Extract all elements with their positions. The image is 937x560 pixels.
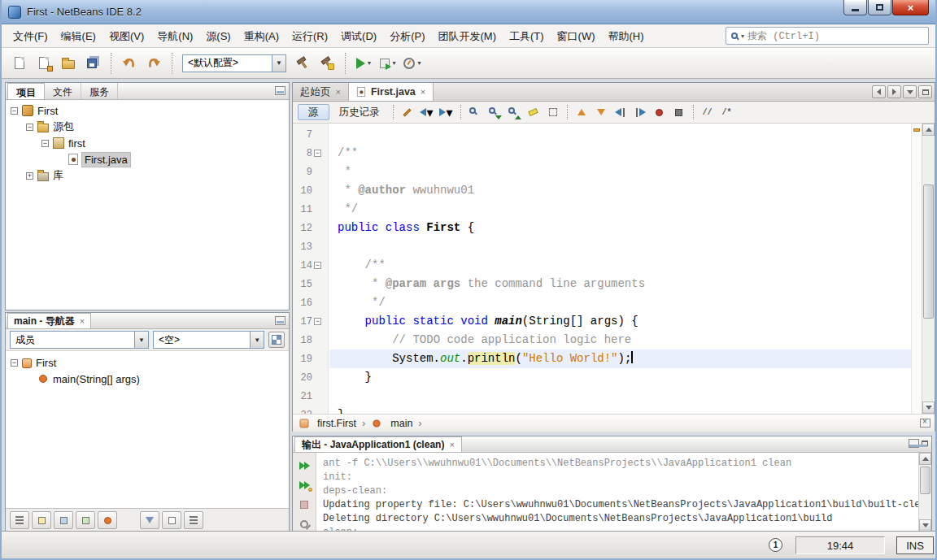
tree-item[interactable]: −源包 (6, 119, 289, 135)
close-icon[interactable]: × (336, 87, 341, 97)
chevron-down-icon[interactable]: ▾ (368, 59, 371, 67)
stop-build-icon[interactable] (296, 497, 313, 512)
code-line[interactable]: /** (329, 144, 911, 163)
back-icon[interactable]: ▾ (418, 103, 436, 121)
scrollbar-thumb[interactable] (920, 467, 930, 494)
start-macro-recording-icon[interactable] (651, 103, 669, 121)
close-icon[interactable]: × (80, 316, 85, 326)
scroll-tabs-right-icon[interactable] (887, 85, 901, 98)
expand-all-icon[interactable] (162, 511, 181, 529)
scroll-up-icon[interactable] (922, 124, 935, 136)
editor-scrollbar[interactable] (922, 124, 935, 414)
source-view-button[interactable]: 源 (298, 104, 329, 120)
previous-bookmark-icon[interactable] (573, 103, 591, 121)
tree-item[interactable]: −first (6, 135, 289, 151)
fold-toggle-icon[interactable]: − (314, 150, 321, 157)
output-lines[interactable]: ant -f C:\\Users\\wwuhnwu01\\Documents\\… (316, 453, 918, 532)
tree-item[interactable]: −First (6, 102, 289, 119)
chevron-down-icon[interactable]: ▾ (392, 59, 395, 67)
redo-button[interactable] (142, 52, 165, 75)
find-next-icon[interactable] (486, 103, 503, 121)
tree-item[interactable]: +库 (6, 167, 289, 184)
collapse-icon[interactable]: − (11, 107, 18, 115)
editor-code[interactable]: /** * * @author wwuhnwu01 */public class… (329, 124, 911, 414)
collapse-icon[interactable]: − (41, 140, 49, 147)
scroll-up-icon[interactable] (919, 453, 931, 465)
minimize-panel-icon[interactable] (909, 439, 919, 448)
menu-item-4[interactable]: 导航(N) (150, 26, 199, 46)
code-line[interactable]: * (329, 163, 911, 181)
menu-item-11[interactable]: 工具(T) (503, 26, 551, 46)
last-edit-position-icon[interactable] (399, 103, 416, 121)
collapse-icon[interactable]: − (26, 124, 33, 131)
search-scope-chevron-icon[interactable]: ▾ (741, 33, 744, 40)
sort-members-icon[interactable] (10, 511, 29, 529)
tree-item[interactable]: main(String[] args) (6, 371, 289, 387)
shift-right-icon[interactable] (631, 103, 649, 121)
fold-toggle-icon[interactable]: − (314, 262, 321, 269)
code-line[interactable]: System.out.println("Hello World!"); (329, 349, 911, 368)
menu-item-6[interactable]: 重构(A) (238, 26, 285, 46)
code-line[interactable]: // TODO code application logic here (329, 331, 911, 349)
clean-build-button[interactable] (316, 52, 338, 75)
code-line[interactable]: */ (329, 293, 911, 312)
menu-item-2[interactable]: 编辑(E) (54, 26, 102, 46)
find-selection-icon[interactable] (466, 103, 484, 121)
forward-icon[interactable]: ▾ (438, 103, 455, 121)
undo-button[interactable] (118, 52, 141, 75)
navigator-tab[interactable]: main - 导航器 × (7, 313, 91, 328)
output-scrollbar[interactable] (918, 453, 931, 532)
code-line[interactable] (329, 387, 911, 406)
close-icon[interactable]: × (421, 87, 425, 97)
toggle-highlight-icon[interactable] (525, 103, 543, 121)
save-all-button[interactable] (81, 52, 104, 75)
rectangular-selection-icon[interactable] (544, 103, 562, 121)
maximize-editor-icon[interactable] (918, 85, 932, 98)
menu-item-3[interactable]: 视图(V) (102, 26, 150, 46)
close-breadcrumb-icon[interactable] (920, 419, 930, 428)
tab-start-page[interactable]: 起始页 × (293, 83, 349, 101)
configuration-select[interactable]: <默认配置> ▼ (182, 54, 286, 72)
navigator-tree[interactable]: −Firstmain(String[] args) (6, 352, 289, 508)
tab-files[interactable]: 文件 (45, 83, 81, 99)
breadcrumb-item-class[interactable]: first.First (299, 418, 356, 429)
menu-item-1[interactable]: 文件(F) (7, 26, 54, 46)
collapse-all-icon[interactable] (184, 511, 203, 529)
expand-icon[interactable]: + (26, 172, 33, 180)
menu-item-13[interactable]: 帮助(H) (602, 26, 651, 46)
scroll-down-icon[interactable] (922, 402, 935, 414)
tree-item[interactable]: −First (6, 354, 289, 371)
debug-project-button[interactable]: ▾ (377, 52, 399, 75)
menu-item-8[interactable]: 调试(D) (334, 26, 383, 46)
shift-left-icon[interactable] (612, 103, 630, 121)
build-project-button[interactable] (291, 52, 314, 75)
scroll-tabs-left-icon[interactable] (872, 85, 886, 98)
minimize-button[interactable] (843, 0, 867, 15)
projects-tree[interactable]: −First−源包−firstFirst.java+库 (6, 100, 289, 310)
close-icon[interactable]: × (449, 440, 454, 449)
code-line[interactable] (329, 237, 911, 256)
code-line[interactable]: * @param args the command line arguments (329, 275, 911, 293)
breadcrumb-item-method[interactable]: main (371, 418, 412, 429)
collapse-icon[interactable]: − (11, 359, 18, 367)
code-line[interactable]: * @author wwuhnwu01 (329, 181, 911, 200)
tree-item[interactable]: First.java (6, 151, 289, 167)
minimize-panel-icon[interactable] (275, 316, 285, 325)
code-line[interactable]: */ (329, 200, 911, 219)
find-previous-icon[interactable] (505, 103, 523, 121)
filter-icon[interactable] (140, 511, 159, 529)
new-project-button[interactable] (33, 52, 55, 75)
menu-item-5[interactable]: 源(S) (199, 26, 237, 46)
title-bar[interactable]: First - NetBeans IDE 8.2 × (2, 0, 935, 24)
open-project-button[interactable] (57, 52, 80, 75)
new-file-button[interactable] (8, 52, 31, 75)
warning-stripe-mark[interactable] (913, 128, 920, 132)
menu-item-7[interactable]: 运行(R) (285, 26, 334, 46)
show-non-public-icon[interactable] (98, 511, 117, 529)
scrollbar-thumb[interactable] (923, 184, 934, 319)
menu-item-9[interactable]: 分析(P) (383, 26, 431, 46)
chevron-down-icon[interactable]: ▾ (417, 59, 421, 67)
code-line[interactable]: public class First { (329, 219, 911, 237)
uncomment-icon[interactable]: /* (718, 103, 736, 121)
notifications-badge[interactable]: 1 (769, 538, 782, 552)
